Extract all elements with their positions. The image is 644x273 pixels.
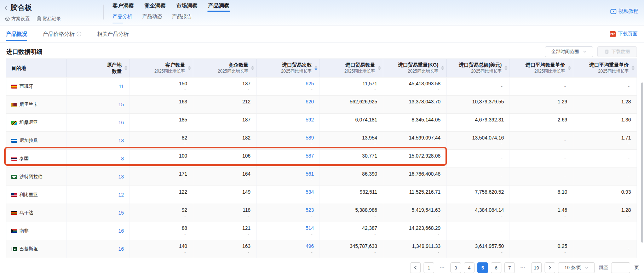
sub-tab[interactable]: 产品报告 [172,13,192,23]
sort-desc-icon[interactable] [568,69,571,70]
sort-control[interactable] [188,66,191,70]
trade-records-link[interactable]: 贸易记录 [37,16,61,22]
sort-desc-icon[interactable] [125,69,127,70]
page-number-button[interactable]: 1 [424,262,434,273]
page-number-button[interactable]: 6 [491,262,501,273]
prev-page-button[interactable] [410,262,421,273]
video-tutorial-link[interactable]: 视频教程 [610,8,638,15]
sub-tab[interactable]: 产品动态 [142,13,162,23]
back-button[interactable] [4,4,8,11]
main-tab[interactable]: 竞企洞察 [144,2,166,12]
metric-value: 534 [306,189,314,195]
column-header[interactable]: 竞企数量 2025同比增长率 [193,59,257,77]
sort-asc-icon[interactable] [378,66,381,68]
growth-rate: - [311,87,314,92]
growth-rate: - [248,87,251,92]
metric-cell: 932,511 - [320,186,383,204]
section-header: 进口数据明细 全部时间范围 下载数据 [0,43,644,58]
column-header[interactable]: 进口平均重量单价 2025同比增长率 [573,59,637,77]
nav-tab[interactable]: 产品概况 [6,25,27,42]
origin-count-link[interactable]: 8 [121,156,124,161]
sort-asc-icon[interactable] [632,66,634,68]
metric-value: 1.29 [558,98,567,105]
nav-tab[interactable]: 相关产品分析 [97,25,129,42]
column-header[interactable]: 进口平均数量单价 2025同比增长率 [510,59,573,77]
sort-control[interactable] [125,66,127,70]
column-header[interactable]: 进口贸易总额(美元) 2025同比增长率 [447,59,510,77]
sort-control[interactable] [251,66,254,70]
scheme-settings-link[interactable]: 方案设置 [5,16,30,22]
sort-asc-icon[interactable] [251,66,254,68]
metric-cell: 345,787,633 - [320,240,383,258]
page-ellipsis[interactable]: ••• [518,262,528,273]
page-size-select[interactable]: 10 条/页 [558,262,595,273]
sort-control[interactable] [632,66,634,70]
sort-asc-icon[interactable] [441,66,444,68]
origin-count-link[interactable]: 15 [118,102,124,107]
page-number-button[interactable]: 5 [477,262,488,273]
origin-count-link[interactable]: 13 [118,138,124,143]
vertical-scrollbar[interactable] [641,83,643,243]
origin-count-link[interactable]: 16 [118,246,124,252]
sort-asc-icon[interactable] [188,66,191,68]
page-number-button[interactable]: 4 [464,262,475,273]
metric-value: 1.46 [558,207,567,213]
sort-desc-icon[interactable] [632,69,634,70]
main-tab[interactable]: 市场洞察 [176,2,197,12]
jump-page-input[interactable] [611,262,630,273]
sort-asc-icon[interactable] [505,66,507,68]
page-ellipsis[interactable]: ••• [437,262,448,273]
metric-cell: - [447,150,510,167]
origin-count-link[interactable]: 13 [118,174,124,180]
metric-value: - [564,155,567,162]
origin-count-link[interactable]: 16 [118,228,124,234]
origin-count-link[interactable]: 12 [118,192,124,198]
column-header[interactable]: 原产地 数量 [67,59,130,77]
column-header[interactable]: 客户数量 2025同比增长率 [130,59,193,77]
country-flag-icon [11,157,17,161]
growth-rate: - [311,159,314,165]
column-header[interactable]: 进口贸易数量 2025同比增长率 [320,59,383,77]
origin-count-link[interactable]: 11 [119,84,124,89]
sort-control[interactable] [378,66,381,70]
column-header[interactable]: 进口贸易次数 2025同比增长率 [257,59,320,77]
metric-cell: 122 - [130,186,193,204]
main-tab[interactable]: 客户洞察 [113,2,134,12]
metric-value: 523 [306,207,314,213]
origin-count-link[interactable]: 15 [118,210,124,216]
sort-asc-icon[interactable] [568,66,571,68]
sort-desc-icon[interactable] [251,69,254,70]
time-range-select[interactable]: 全部时间范围 [545,46,593,57]
metric-cell: 164 - [193,168,257,186]
page-number-button[interactable]: 7 [504,262,515,273]
next-page-button[interactable] [545,262,555,273]
metric-value: 88 [182,225,187,231]
page-number-button[interactable]: 3 [450,262,461,273]
column-header[interactable]: 进口贸易重量(KG) 2025同比增长率 [383,59,447,77]
metric-cell: 7,758,620.52 - [447,186,510,204]
sort-desc-icon[interactable] [505,69,507,70]
origin-count-cell: 8 [67,150,130,167]
download-data-button[interactable]: 下载数据 [597,46,637,57]
sort-desc-icon[interactable] [188,69,191,70]
metric-value: 620 [306,98,314,105]
sort-desc-icon[interactable] [315,69,317,70]
download-page-link[interactable]: PDF 下载页面 [610,25,638,42]
growth-rate: - [438,141,441,147]
sort-control[interactable] [315,66,317,70]
origin-count-link[interactable]: 16 [118,120,124,125]
sort-control[interactable] [568,66,571,70]
column-header[interactable]: 目的地 [6,59,67,77]
metric-cell: 5,388,986 - [320,204,383,222]
nav-tab[interactable]: 产品价格分析 [43,25,81,42]
metric-cell: 82 - [130,132,193,149]
main-tab[interactable]: 产品洞察 [208,2,229,12]
sub-tab[interactable]: 产品分析 [113,13,132,23]
sort-asc-icon[interactable] [125,66,127,68]
sort-control[interactable] [505,66,507,70]
sort-control[interactable] [441,66,444,70]
sort-asc-icon[interactable] [315,66,317,68]
sort-desc-icon[interactable] [441,69,444,70]
page-number-button[interactable]: 19 [531,262,542,273]
sort-desc-icon[interactable] [378,69,381,70]
